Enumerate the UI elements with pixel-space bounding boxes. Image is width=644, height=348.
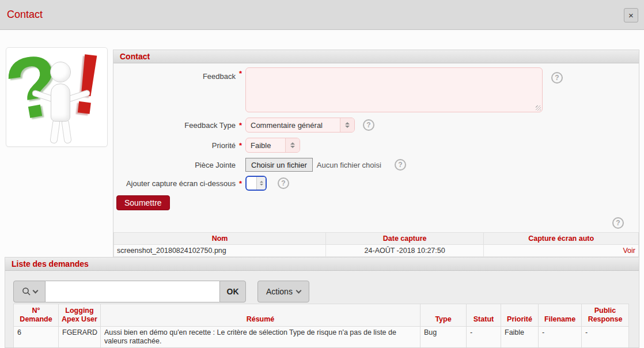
capture-row: Ajouter capture écran ci-dessous * ?: [113, 176, 639, 191]
actions-menu-button[interactable]: Actions: [257, 281, 309, 302]
demande-data-row: 6 FGERARD Aussi bien en démo qu'en recet…: [14, 326, 629, 347]
demandes-region-title: Liste des demandes: [12, 259, 89, 268]
capture-date-cell: 24-AOÛT -2018 10:27:50: [326, 245, 484, 257]
demande-priorite-cell: Faible: [501, 326, 539, 347]
search-icon: [22, 287, 31, 296]
help-icon: ?: [281, 179, 285, 187]
feedback-textarea[interactable]: [245, 67, 543, 112]
capture-action-cell: Voir: [484, 245, 639, 257]
captures-table: Nom Date capture Capture écran auto scre…: [113, 232, 639, 257]
col-statut[interactable]: Statut: [467, 304, 501, 327]
search-column-dropdown-button[interactable]: [13, 281, 46, 302]
captures-header-row: Nom Date capture Capture écran auto: [114, 233, 639, 245]
priorite-label: Priorité: [113, 141, 236, 150]
demande-filename-cell: -: [539, 326, 582, 347]
ok-button[interactable]: OK: [219, 281, 246, 302]
figure-graphic: [6, 48, 107, 146]
help-icon: ?: [555, 74, 559, 82]
contact-region-body: Feedback * ? Feedback Type * Commentaire…: [113, 63, 639, 260]
select-arrows-icon: [256, 177, 266, 190]
capture-filename-cell: screenshot_20180824102750.png: [114, 245, 326, 257]
feedback-label: Feedback: [113, 67, 236, 81]
priorite-value: Faible: [246, 141, 285, 150]
feedback-row: Feedback * ?: [113, 67, 639, 112]
demande-public-response-cell: -: [582, 326, 629, 347]
feedback-type-label: Feedback Type: [113, 121, 236, 130]
col-filename[interactable]: Filename: [539, 304, 582, 327]
file-status-text: Aucun fichier choisi: [317, 161, 381, 169]
actions-label: Actions: [266, 287, 293, 296]
figure-body: [51, 84, 70, 122]
voir-link[interactable]: Voir: [623, 247, 635, 255]
captures-col-date: Date capture: [326, 233, 484, 245]
captures-data-row: screenshot_20180824102750.png 24-AOÛT -2…: [114, 245, 639, 257]
captures-col-auto: Capture écran auto: [484, 233, 639, 245]
col-priorite[interactable]: Priorité: [501, 304, 539, 327]
demande-type-cell: Bug: [421, 326, 467, 347]
demande-id-cell: 6: [14, 326, 59, 347]
feedback-required-marker: *: [236, 67, 245, 78]
col-type[interactable]: Type: [421, 304, 467, 327]
demandes-region: Liste des demandes OK Actions: [5, 257, 639, 348]
figure-head: [50, 62, 71, 82]
piece-jointe-help-button[interactable]: ?: [395, 159, 406, 171]
priorite-select[interactable]: Faible: [245, 138, 300, 153]
feedback-type-select[interactable]: Commentaire général: [245, 118, 355, 133]
capture-select[interactable]: [245, 176, 267, 191]
contact-region: Contact Feedback * ? Feedback Type *: [113, 50, 639, 261]
col-public-response[interactable]: Public Response: [582, 304, 629, 327]
col-demande[interactable]: N° Demande: [14, 304, 59, 327]
feedback-help-button[interactable]: ?: [551, 72, 563, 84]
demandes-header-row: N° Demande Logging Apex User Résumé Type…: [14, 304, 629, 327]
figure-leg-right: [61, 119, 72, 143]
file-choose-button[interactable]: Choisir un fichier: [245, 158, 313, 172]
priorite-row: Priorité * Faible: [113, 138, 639, 153]
figure-leg-left: [50, 119, 60, 143]
piece-jointe-label: Pièce Jointe: [113, 161, 236, 169]
demande-statut-cell: -: [467, 326, 501, 347]
help-icon: ?: [398, 161, 402, 169]
demande-user-cell: FGERARD: [59, 326, 101, 347]
demande-resume-cell: Aussi bien en démo qu'en recette : Le cr…: [101, 326, 421, 347]
feedback-type-help-button[interactable]: ?: [363, 119, 374, 131]
close-button[interactable]: ×: [624, 8, 638, 22]
contact-region-title: Contact: [120, 52, 150, 61]
chevron-down-icon: [32, 288, 38, 293]
capture-help-button[interactable]: ?: [278, 177, 289, 189]
report-toolbar: OK Actions: [13, 281, 631, 302]
capture-required-marker: *: [236, 179, 245, 188]
resize-handle-icon[interactable]: [536, 105, 541, 111]
help-illustration: ? !: [6, 47, 108, 147]
help-icon: ?: [616, 219, 620, 227]
close-icon: ×: [628, 10, 634, 20]
dialog-title: Contact: [7, 9, 43, 21]
capture-label: Ajouter capture écran ci-dessous: [113, 179, 236, 188]
captures-col-nom: Nom: [114, 233, 326, 245]
contact-region-header: Contact: [113, 50, 639, 63]
priorite-required-marker: *: [236, 141, 245, 150]
contact-dialog: Contact × ? ! Contact Feedback *: [0, 0, 644, 348]
demandes-region-body: OK Actions N° Demande Logging Apex User …: [5, 271, 639, 348]
col-logging-apex-user[interactable]: Logging Apex User: [59, 304, 101, 327]
search-input[interactable]: [46, 281, 219, 302]
col-resume[interactable]: Résumé: [101, 304, 421, 327]
captures-help-button[interactable]: ?: [612, 217, 624, 229]
demandes-region-header: Liste des demandes: [5, 258, 639, 271]
submit-button[interactable]: Soumettre: [116, 195, 170, 210]
feedback-type-row: Feedback Type * Commentaire général ?: [113, 118, 639, 133]
feedback-type-required-marker: *: [236, 121, 245, 130]
piece-jointe-row: Pièce Jointe Choisir un fichier Aucun fi…: [113, 158, 639, 172]
select-arrows-icon: [340, 118, 354, 132]
search-group: OK: [13, 281, 246, 302]
select-arrows-icon: [285, 138, 300, 152]
captures-help-row: ?: [113, 217, 639, 229]
dialog-header: Contact ×: [0, 0, 644, 30]
chevron-down-icon: [296, 288, 301, 293]
demandes-table: N° Demande Logging Apex User Résumé Type…: [13, 304, 629, 348]
help-icon: ?: [366, 121, 370, 129]
feedback-type-value: Commentaire général: [246, 121, 340, 130]
